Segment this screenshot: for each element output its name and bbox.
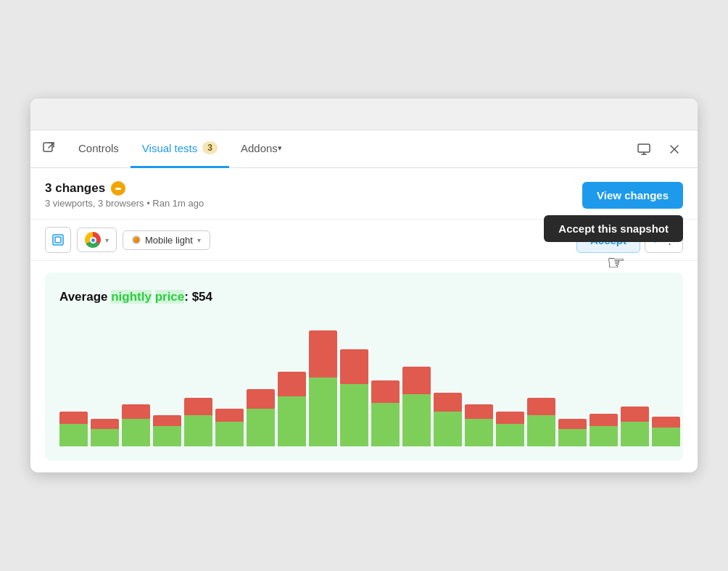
accept-snapshot-tooltip[interactable]: Accept this snapshot xyxy=(544,215,683,242)
bar-bottom xyxy=(371,403,400,446)
tab-addons[interactable]: Addons ▾ xyxy=(229,130,294,168)
bar-top xyxy=(122,404,150,420)
bar-top xyxy=(496,412,524,424)
bar-bottom xyxy=(621,422,649,446)
svg-rect-2 xyxy=(638,144,650,152)
bar-bottom xyxy=(309,378,337,446)
dot-inner xyxy=(115,188,121,190)
bar-bottom xyxy=(590,426,618,446)
bar-bottom xyxy=(465,419,493,446)
viewport-chevron-icon: ▾ xyxy=(197,236,201,244)
bar-bottom xyxy=(496,424,524,446)
external-link-icon[interactable] xyxy=(42,141,55,157)
bar-group xyxy=(590,316,618,446)
layers-icon-btn[interactable] xyxy=(45,227,71,253)
bar-group xyxy=(309,316,337,446)
viewport-selector[interactable]: Mobile light ▾ xyxy=(123,230,210,250)
browser-selector[interactable]: ▾ xyxy=(77,228,117,252)
chart-area: Average nightly price: $54 xyxy=(45,272,683,461)
bar-top xyxy=(247,389,275,409)
tab-controls[interactable]: Controls xyxy=(67,130,131,168)
visual-tests-badge: 3 xyxy=(202,141,218,154)
bar-top xyxy=(309,330,337,378)
close-icon-btn[interactable] xyxy=(663,138,686,161)
tab-bar: Controls Visual tests 3 Addons ▾ xyxy=(30,130,698,168)
bar-group xyxy=(247,316,275,446)
bar-group xyxy=(215,316,244,446)
bar-bottom xyxy=(122,419,150,446)
cursor-hand-icon: ☞ xyxy=(607,251,625,275)
bar-bottom xyxy=(247,409,275,446)
bar-bottom xyxy=(153,426,181,446)
viewport-label: Mobile light xyxy=(145,235,193,246)
changes-bar: 3 changes 3 viewports, 3 browsers • Ran … xyxy=(30,168,698,220)
bar-group xyxy=(371,316,400,446)
bar-top xyxy=(215,409,244,421)
chrome-center xyxy=(90,237,96,243)
viewport-dot-icon xyxy=(132,236,141,244)
bar-group xyxy=(558,316,587,446)
changes-info: 3 changes 3 viewports, 3 browsers • Ran … xyxy=(45,181,204,209)
bar-group xyxy=(122,316,150,446)
changes-title: 3 changes xyxy=(45,181,204,196)
bar-group xyxy=(527,316,555,446)
bars-container xyxy=(59,316,669,446)
bar-group xyxy=(278,316,306,446)
bar-group xyxy=(153,316,181,446)
bar-bottom xyxy=(91,429,119,446)
tab-bar-right-controls xyxy=(632,138,686,161)
content-area: 3 changes 3 viewports, 3 browsers • Ran … xyxy=(30,168,698,461)
changes-right-controls: View changes Accept this snapshot xyxy=(582,182,683,209)
bar-bottom xyxy=(434,412,462,446)
bar-bottom xyxy=(59,424,88,446)
bar-group xyxy=(621,316,649,446)
tab-visual-tests[interactable]: Visual tests 3 xyxy=(131,130,229,168)
bar-group xyxy=(496,316,524,446)
bar-top xyxy=(434,393,462,412)
window-titlebar xyxy=(30,99,698,130)
svg-rect-8 xyxy=(55,237,61,243)
bar-bottom xyxy=(402,394,431,446)
bar-bottom xyxy=(558,429,587,446)
bar-top xyxy=(652,417,680,428)
bar-bottom xyxy=(527,415,555,446)
chart-highlight-price: price xyxy=(155,290,185,304)
chrome-icon xyxy=(85,232,101,248)
bar-top xyxy=(340,349,368,384)
bar-group xyxy=(184,316,212,446)
bar-group xyxy=(59,316,88,446)
bar-bottom xyxy=(340,384,368,446)
bar-top xyxy=(91,419,119,429)
svg-line-1 xyxy=(49,143,54,148)
bar-top xyxy=(402,367,431,394)
bar-top xyxy=(527,398,555,415)
svg-rect-7 xyxy=(53,235,63,245)
bar-group xyxy=(652,316,680,446)
bar-bottom xyxy=(652,428,680,446)
bar-top xyxy=(465,404,493,420)
bar-top xyxy=(371,380,400,403)
bar-bottom xyxy=(184,415,212,446)
bar-group xyxy=(340,316,368,446)
browser-chevron-icon: ▾ xyxy=(105,236,109,244)
view-changes-button[interactable]: View changes xyxy=(582,182,683,209)
bar-top xyxy=(184,398,212,415)
bar-top xyxy=(153,415,181,426)
changes-status-dot xyxy=(111,181,125,196)
bar-group xyxy=(402,316,431,446)
bar-group xyxy=(434,316,462,446)
addons-chevron-icon: ▾ xyxy=(278,143,282,153)
main-window: Controls Visual tests 3 Addons ▾ xyxy=(30,99,698,472)
bar-bottom xyxy=(215,422,244,446)
bar-bottom xyxy=(278,396,306,446)
chart-highlight-nightly: nightly xyxy=(111,290,152,304)
bar-top xyxy=(621,407,649,422)
bar-top xyxy=(278,372,306,396)
bar-group xyxy=(465,316,493,446)
bar-group xyxy=(91,316,119,446)
bar-top xyxy=(590,414,618,426)
svg-rect-0 xyxy=(44,143,52,151)
monitor-icon-btn[interactable] xyxy=(632,138,655,161)
bar-top xyxy=(558,419,587,429)
changes-subtitle: 3 viewports, 3 browsers • Ran 1m ago xyxy=(45,198,204,209)
